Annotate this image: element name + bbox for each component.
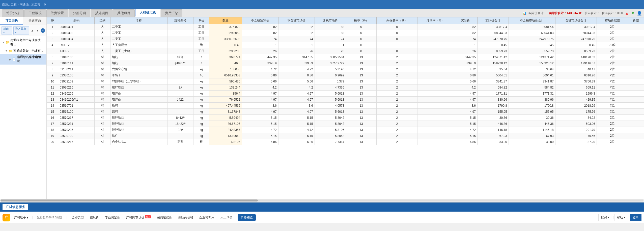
table-row[interactable]: 801150211材六角空心钢kg7.550554.724.725.319613… xyxy=(47,66,644,72)
table-cell: 材 xyxy=(95,78,110,84)
table-row[interactable]: 5TJGR2人二类工（土建）工日329.220526262600268559.7… xyxy=(47,48,644,54)
tree-item-root[interactable]: ▼ 📁 南通绿岛集中电镀科技有... xyxy=(0,37,46,48)
user-icon[interactable]: 👤 xyxy=(637,11,642,16)
link-all-types[interactable]: 全部类型 xyxy=(71,215,85,220)
help-button[interactable]: 帮助 ▾ xyxy=(614,214,628,221)
table-row[interactable]: 1303410205@1材电焊条J422kg76.65224.974.975.6… xyxy=(47,97,644,103)
table-cell: 0.9692 xyxy=(315,72,346,78)
breadcrumb-item-1[interactable]: 南通...工程 xyxy=(2,3,17,7)
table-cell: 40.17 xyxy=(555,66,597,72)
tree-item-level2[interactable]: ▶ 📄 南通绿岛集中电镀有... xyxy=(0,54,46,65)
table-cell: 7 xyxy=(47,60,58,66)
tree-item-level1[interactable]: ▼ 📁 南通绿岛集中电镀有... xyxy=(0,48,46,54)
table-cell: 5.15 xyxy=(242,115,278,121)
table-cell: 4 xyxy=(47,42,58,48)
link-purchase[interactable]: 采购建议价 xyxy=(156,215,173,220)
add-circle-button[interactable]: + xyxy=(41,28,45,33)
tab-materials[interactable]: 人材机汇总 xyxy=(135,9,160,17)
table-row[interactable]: 1703570231材镀锌铁丝18~22#kg86.671065.155.155… xyxy=(47,121,644,127)
table-row[interactable]: 100010301人二类工工日375.822828282008230817.43… xyxy=(47,24,644,30)
up-arrow-icon[interactable]: ▲ xyxy=(625,11,629,16)
table-cell: 82 xyxy=(278,24,315,30)
table-cell: 5.66 xyxy=(278,78,315,84)
table-cell: 2位 xyxy=(597,60,628,66)
table-cell: 13.19062 xyxy=(209,133,242,139)
table-row[interactable]: 4RGFTZ人人工费调整元0.45111010.450.450.450.4位 xyxy=(47,42,644,48)
new-button[interactable]: 新建 ▾ xyxy=(2,26,12,35)
tab-other[interactable]: 其他项目 xyxy=(113,9,135,17)
table-cell: 5.3196 xyxy=(315,66,346,72)
table-cell: 82 xyxy=(315,30,346,36)
link-enterprise[interactable]: 企业材料库 xyxy=(198,215,215,220)
sep-4: | xyxy=(629,216,629,219)
table-cell: 2018.29 xyxy=(555,103,597,109)
table-row[interactable]: 1003052109材对拉螺栓（止水螺栓）kg590.4365.665.666.… xyxy=(47,78,644,84)
link-professional[interactable]: 专业测定价 xyxy=(104,215,121,220)
gcxx-helper-button[interactable]: 广材助手 ▾ xyxy=(14,215,28,220)
tab-fee-settings[interactable]: 取费设置 xyxy=(46,9,68,17)
table-row[interactable]: 701010111材钢筋φ10以外t46.83395.93395.93827.2… xyxy=(47,60,644,66)
scrollbar-track[interactable] xyxy=(1,199,643,201)
table-row[interactable]: 1903590700材铁件kg13.190625.155.155.8042132… xyxy=(47,133,644,139)
th-unit: 单位 xyxy=(193,17,209,24)
table-row[interactable]: 1403510701材铁钉kg497.445663.63.64.05731323… xyxy=(47,103,644,109)
tab-project-overview[interactable]: 工程概况 xyxy=(24,9,46,17)
table-row[interactable]: 1603570217材镀锌铁丝8~12#kg5.894945.155.155.8… xyxy=(47,115,644,121)
table-row[interactable]: 1103070216材镀锌铁丝8#kg139.2444.24.24.733513… xyxy=(47,84,644,91)
table-row[interactable]: 200010302人二类工工日829.8052828282008268044.0… xyxy=(47,30,644,36)
buy-button[interactable]: 购买 ▾ xyxy=(598,214,612,221)
table-cell: 工日 xyxy=(193,24,209,30)
tab-parts[interactable]: 分部分项 xyxy=(69,9,90,17)
breadcrumb-item-2[interactable]: 南通绿...池工程 xyxy=(20,3,40,7)
down-arrow-icon[interactable]: ▼ xyxy=(631,11,635,16)
move-up-icon[interactable]: ▲ xyxy=(30,28,35,33)
table-cell: 元 xyxy=(193,42,209,48)
table-row[interactable]: 601010100材钢筋综合t36.07743447.353447.353885… xyxy=(47,54,644,60)
scrollbar-thumb[interactable] xyxy=(1,199,258,201)
login-button[interactable]: 登录 xyxy=(630,214,641,221)
gcxx-logo-icon: 广 xyxy=(3,214,10,221)
table-cell: 铁钉 xyxy=(110,103,167,109)
gcxx-service-button[interactable]: 广材信息服务 xyxy=(3,204,28,210)
table-cell: 5.89494 xyxy=(209,115,242,121)
price-check-button[interactable]: 价格稽查 xyxy=(238,214,256,221)
table-cell xyxy=(628,139,644,145)
table-row[interactable]: 300010304人二类工工日3350.95603747474007424797… xyxy=(47,36,644,42)
table-cell: 0 xyxy=(346,48,377,54)
table-cell: 0 xyxy=(346,30,377,36)
expand-icon-level2: ▶ xyxy=(9,58,11,61)
table-cell: 8559.73 xyxy=(555,48,597,54)
tab-costs[interactable]: 费用汇总 xyxy=(161,9,182,17)
import-export-button[interactable]: 导入导出 ▾ xyxy=(13,26,29,35)
table-cell: 4.97 xyxy=(453,109,478,115)
table-cell: 4.8105 xyxy=(209,139,242,145)
table-row[interactable]: 1503515100材圆钉kg31.378434.974.975.6013132… xyxy=(47,109,644,115)
tab-measures[interactable]: 措施项目 xyxy=(91,9,113,17)
price-diff-value: 价差合计：0.00 xyxy=(602,11,623,15)
table-cell: 82 xyxy=(315,24,346,30)
table-cell: 5.15 xyxy=(453,115,478,121)
table-cell: 二类工 xyxy=(110,24,167,30)
breadcrumb-settings-icon[interactable]: ⚙ xyxy=(43,3,46,6)
table-cell: 材 xyxy=(95,109,110,115)
table-cell: 草袋子 xyxy=(110,72,167,78)
table-row[interactable]: 1803570237材镀锌铁丝22#kg242.83574.724.725.31… xyxy=(47,127,644,133)
link-info-price[interactable]: 信息价 xyxy=(89,215,100,220)
table-cell: 659.11 xyxy=(555,84,597,91)
table-cell: 材 xyxy=(95,115,110,121)
horizontal-scrollbar[interactable] xyxy=(0,199,644,202)
tab-project-structure[interactable]: 项目结构 xyxy=(0,17,23,25)
table-row[interactable]: 902330105材草袋子只6516.983530.860.860.969213… xyxy=(47,72,644,78)
tab-cost-analysis[interactable]: 造价分析 xyxy=(2,9,24,17)
table-cell: 247970.75 xyxy=(478,36,509,42)
link-labor[interactable]: 人工询价 xyxy=(219,215,234,220)
table-cell: 03633215 xyxy=(58,139,95,145)
table-row[interactable]: 1203410205材电焊条kg356.44.974.975.60131324.… xyxy=(47,91,644,97)
table-cell: 0.86 xyxy=(278,72,315,78)
table-row[interactable]: 2003633215材合金钻头...定型根4.81056.866.867.731… xyxy=(47,139,644,145)
link-supplier[interactable]: 供应商价格 xyxy=(177,215,194,220)
link-market-price[interactable]: 广材网市场价新上 xyxy=(125,215,152,220)
move-down-icon[interactable]: ▼ xyxy=(36,28,40,33)
table-cell: 68044.03 xyxy=(509,30,555,36)
tab-quick-search[interactable]: 快速查询 xyxy=(23,17,46,25)
